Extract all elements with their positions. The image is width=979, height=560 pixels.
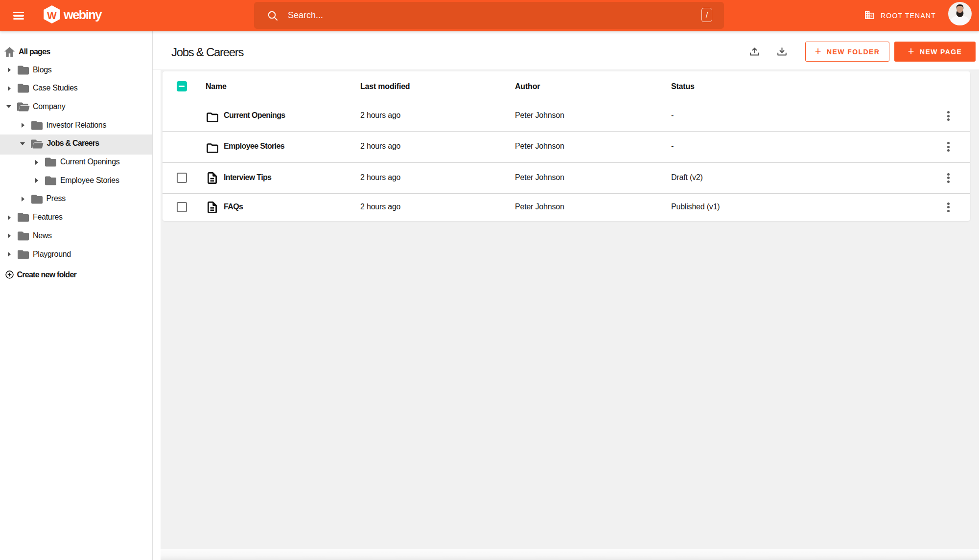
svg-text:W: W bbox=[47, 10, 57, 21]
